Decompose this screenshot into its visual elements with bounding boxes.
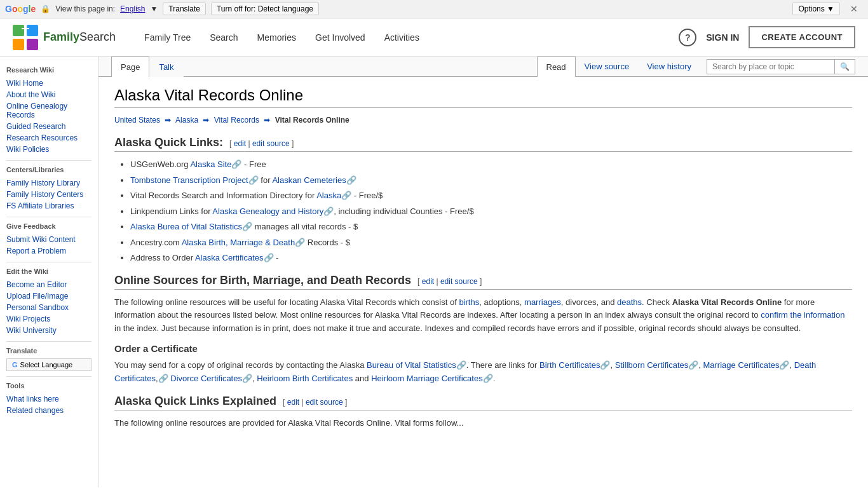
sidebar-divider-1 bbox=[6, 160, 92, 161]
sidebar-link-fs-affiliate[interactable]: FS Affiliate Libraries bbox=[6, 200, 92, 212]
logo-text: FamilySearch bbox=[43, 30, 116, 44]
sidebar-link-submit-wiki[interactable]: Submit Wiki Content bbox=[6, 234, 92, 245]
translate-button[interactable]: Translate bbox=[163, 3, 206, 15]
tab-actions: Read View source View history 🔍 bbox=[537, 57, 856, 76]
alaska-quick-explained-edit-source-link[interactable]: edit source bbox=[306, 398, 343, 407]
nav-get-involved[interactable]: Get Involved bbox=[306, 18, 375, 57]
alaska-genealogy-link[interactable]: Alaska Genealogy and History bbox=[212, 207, 323, 216]
tab-view-history[interactable]: View history bbox=[638, 57, 700, 76]
translate-bar: Google 🔒 View this page in: English ▼ Tr… bbox=[0, 0, 868, 18]
close-translate-button[interactable]: ✕ bbox=[845, 3, 863, 15]
breadcrumb: United States ➡ Alaska ➡ Vital Records ➡… bbox=[114, 116, 852, 125]
alaskan-cemeteries-link[interactable]: Alaskan Cemeteries bbox=[272, 175, 346, 185]
sidebar-link-what-links[interactable]: What links here bbox=[6, 393, 92, 405]
stillborn-cert-link[interactable]: Stillborn Certificates bbox=[615, 360, 689, 370]
online-sources-edit-source-link[interactable]: edit source bbox=[440, 277, 478, 286]
sidebar-link-wiki-university[interactable]: Wiki University bbox=[6, 325, 92, 336]
nav-family-tree[interactable]: Family Tree bbox=[135, 18, 200, 57]
sidebar-title-centers: Centers/Libraries bbox=[6, 166, 92, 173]
sidebar-link-online-genealogy[interactable]: Online Genealogy Records bbox=[6, 100, 92, 121]
language-link[interactable]: English bbox=[120, 4, 145, 13]
nav-memories[interactable]: Memories bbox=[248, 18, 306, 57]
sidebar-link-become-editor[interactable]: Become an Editor bbox=[6, 279, 92, 290]
online-sources-para: The following online resources will be u… bbox=[114, 296, 852, 336]
sidebar-link-about-wiki[interactable]: About the Wiki bbox=[6, 89, 92, 100]
tab-read[interactable]: Read bbox=[537, 57, 576, 77]
sidebar-link-research-resources[interactable]: Research Resources bbox=[6, 132, 92, 144]
main-nav: Family Tree Search Memories Get Involved… bbox=[135, 18, 679, 57]
tab-page[interactable]: Page bbox=[111, 57, 149, 77]
search-box: 🔍 bbox=[707, 59, 855, 74]
bureau-link[interactable]: Bureau of Vital Statistics bbox=[367, 360, 456, 370]
sidebar-link-wiki-policies[interactable]: Wiki Policies bbox=[6, 144, 92, 155]
nav-search[interactable]: Search bbox=[200, 18, 247, 57]
options-button[interactable]: Options ▼ bbox=[792, 3, 840, 15]
sidebar-link-family-history-centers[interactable]: Family History Centers bbox=[6, 189, 92, 200]
sidebar-section-research-wiki: Research Wiki Wiki Home About the Wiki O… bbox=[6, 66, 92, 155]
tombstone-link[interactable]: Tombstone Transcription Project bbox=[130, 175, 248, 185]
sidebar-link-upload-file[interactable]: Upload File/Image bbox=[6, 290, 92, 302]
list-item: USGenWeb.org Alaska Site🔗 - Free bbox=[130, 158, 852, 171]
list-item: Linkpendium Links for Alaska Genealogy a… bbox=[130, 205, 852, 218]
alaska-certificates-link[interactable]: Alaska Certificates bbox=[195, 253, 264, 262]
nav-activities[interactable]: Activities bbox=[375, 18, 429, 57]
alaska-link-1[interactable]: Alaska bbox=[316, 191, 341, 200]
order-certificate-heading: Order a Certificate bbox=[114, 343, 852, 354]
list-item: Tombstone Transcription Project🔗 for Ala… bbox=[130, 174, 852, 187]
online-sources-title: Online Sources for Birth, Marriage, and … bbox=[114, 274, 411, 287]
page-title: Alaska Vital Records Online bbox=[114, 86, 852, 108]
help-button[interactable]: ? bbox=[679, 29, 696, 46]
confirm-info-link[interactable]: confirm the information bbox=[761, 310, 844, 320]
breadcrumb-us[interactable]: United States bbox=[114, 116, 160, 125]
heirloom-birth-link[interactable]: Heirloom Birth Certificates bbox=[257, 374, 353, 383]
heirloom-marriage-link[interactable]: Heirloom Marriage Certificates bbox=[371, 374, 483, 383]
breadcrumb-arrow-3: ➡ bbox=[264, 116, 270, 125]
marriages-link[interactable]: marriages bbox=[524, 297, 561, 307]
logo[interactable]: FamilySearch bbox=[13, 25, 116, 50]
quick-links-edit-link[interactable]: edit bbox=[234, 139, 246, 148]
quick-links-list: USGenWeb.org Alaska Site🔗 - Free Tombsto… bbox=[130, 158, 852, 264]
sidebar-link-report-problem[interactable]: Report a Problem bbox=[6, 245, 92, 257]
sidebar-divider-3 bbox=[6, 262, 92, 262]
sidebar-section-translate: Translate G Select Language bbox=[6, 347, 92, 371]
list-item: Alaska Burea of Vital Statistics🔗 manage… bbox=[130, 220, 852, 233]
list-item: Ancestry.com Alaska Birth, Marriage & De… bbox=[130, 236, 852, 249]
breadcrumb-alaska[interactable]: Alaska bbox=[175, 116, 198, 125]
turnoff-button[interactable]: Turn off for: Detect language bbox=[211, 3, 319, 15]
sidebar-link-family-history-library[interactable]: Family History Library bbox=[6, 177, 92, 189]
online-sources-edit-link[interactable]: edit bbox=[422, 277, 434, 286]
alaska-site-link[interactable]: Alaska Site bbox=[190, 159, 231, 169]
quick-links-edit-source-link[interactable]: edit source bbox=[252, 139, 290, 148]
marriage-cert-link[interactable]: Marriage Certificates bbox=[703, 360, 779, 370]
quick-links-title: Alaska Quick Links: bbox=[114, 136, 223, 149]
sidebar-link-related-changes[interactable]: Related changes bbox=[6, 405, 92, 416]
create-account-button[interactable]: CREATE ACCOUNT bbox=[749, 26, 855, 48]
sidebar-title-tools: Tools bbox=[6, 382, 92, 390]
birth-cert-link[interactable]: Birth Certificates bbox=[539, 360, 600, 370]
search-button[interactable]: 🔍 bbox=[834, 60, 855, 74]
tab-talk[interactable]: Talk bbox=[149, 57, 183, 77]
sidebar-link-wiki-projects[interactable]: Wiki Projects bbox=[6, 313, 92, 325]
select-language-button[interactable]: G Select Language bbox=[6, 358, 92, 371]
sidebar-link-wiki-home[interactable]: Wiki Home bbox=[6, 78, 92, 89]
main-content: Page Talk Read View source View history … bbox=[98, 57, 868, 487]
search-input[interactable] bbox=[707, 60, 834, 74]
births-link[interactable]: births bbox=[459, 297, 479, 307]
svg-rect-3 bbox=[27, 39, 38, 50]
divorce-cert-link[interactable]: Divorce Certificates bbox=[170, 374, 242, 383]
alaska-quick-links-explained-title: Alaska Quick Links Explained bbox=[114, 395, 276, 408]
sidebar-section-centers: Centers/Libraries Family History Library… bbox=[6, 166, 92, 212]
alaska-birth-marriage-link[interactable]: Alaska Birth, Marriage & Death bbox=[182, 238, 295, 247]
quick-links-edit: [ edit | edit source ] bbox=[229, 139, 294, 148]
sidebar-title-research-wiki: Research Wiki bbox=[6, 66, 92, 74]
sign-in-button[interactable]: SIGN IN bbox=[706, 32, 739, 43]
alaska-burea-link[interactable]: Alaska Burea of Vital Statistics bbox=[130, 222, 242, 231]
tab-view-source[interactable]: View source bbox=[576, 57, 639, 76]
alaska-quick-explained-edit-link[interactable]: edit bbox=[287, 398, 299, 407]
sidebar-link-guided-research[interactable]: Guided Research bbox=[6, 121, 92, 132]
svg-rect-6 bbox=[25, 25, 26, 50]
breadcrumb-vital-records[interactable]: Vital Records bbox=[214, 116, 259, 125]
deaths-link[interactable]: deaths bbox=[617, 297, 642, 307]
alaska-quick-links-explained-heading: Alaska Quick Links Explained [ edit | ed… bbox=[114, 395, 852, 410]
sidebar-link-personal-sandbox[interactable]: Personal Sandbox bbox=[6, 302, 92, 313]
